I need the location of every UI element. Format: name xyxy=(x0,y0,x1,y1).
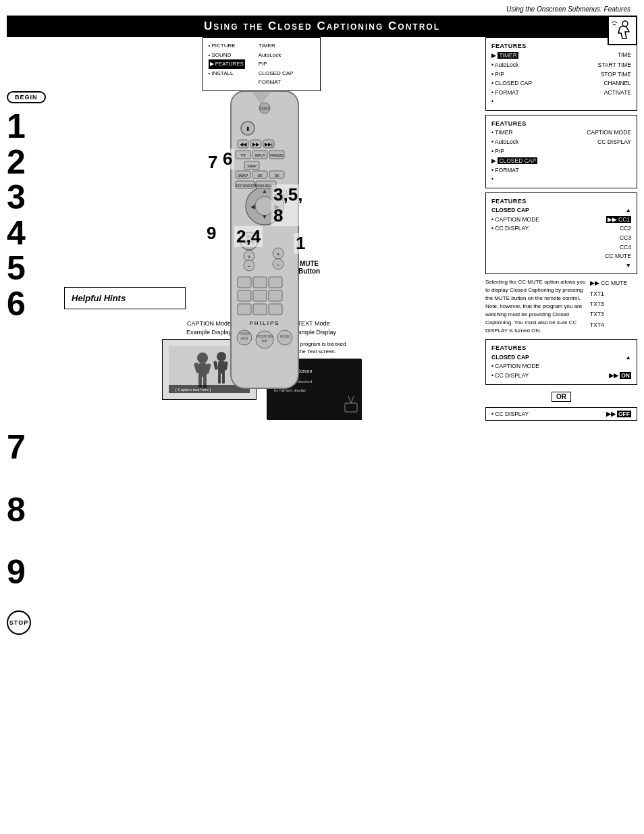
panel3-ccdisplay-value: CC2 xyxy=(620,224,631,234)
cc-mute-item-2: TXT1 xyxy=(590,289,637,299)
svg-text:◀◀: ◀◀ xyxy=(240,142,247,147)
svg-text:FREEZE: FREEZE xyxy=(270,153,284,157)
svg-text:PIP: PIP xyxy=(262,339,268,343)
panel1-format: • FORMAT ACTIVATE xyxy=(491,88,631,98)
panel3-cc4: CC4 xyxy=(491,243,631,253)
svg-text:INPUT: INPUT xyxy=(255,153,265,157)
panel1-bullet: • xyxy=(491,97,631,107)
panel2-pip: • PIP xyxy=(491,147,631,157)
step-6: 6 xyxy=(7,286,44,322)
body-layout: BEGIN 1 2 3 4 5 6 7 8 9 STOP xyxy=(0,37,644,635)
svg-text:−: − xyxy=(248,263,251,269)
helpful-hints-box: Helpful Hints xyxy=(64,287,186,309)
panel2-autolock-value: CC DISPLAY xyxy=(597,138,631,147)
panel1-pip-value: STOP TIME xyxy=(601,70,631,80)
remote-step-24: 2,4 xyxy=(234,226,263,247)
onscreen-menu-box: • PICTURE • SOUND ▶ FEATURES • INSTALL T… xyxy=(203,37,321,91)
menu-item-features-hl: ▶ FEATURES xyxy=(209,59,245,69)
menu-left-col: • PICTURE • SOUND ▶ FEATURES • INSTALL xyxy=(209,41,245,87)
svg-text:OK: OK xyxy=(257,174,263,178)
panel2-timer-value: CAPTION MODE xyxy=(587,128,631,138)
panel1-timer-value: TIME xyxy=(618,51,631,61)
remote-step-6: 6 xyxy=(221,149,234,170)
remote-step-35-8: 3,5,8 xyxy=(271,184,304,226)
menu-right-timer: TIMER xyxy=(259,41,294,51)
step-2: 2 xyxy=(7,145,44,180)
cc-mute-item-3: TXT3 xyxy=(590,299,637,309)
svg-rect-51 xyxy=(269,277,282,288)
center-and-right: • PICTURE • SOUND ▶ FEATURES • INSTALL T… xyxy=(44,37,637,635)
helpful-hints-title-text: Helpful Hints xyxy=(72,293,126,303)
panel1-pip: • PIP STOP TIME xyxy=(491,70,631,80)
svg-rect-49 xyxy=(238,277,251,288)
svg-rect-57 xyxy=(269,304,282,315)
panel3-down-arrow: ▼ xyxy=(491,261,631,271)
panel2: FEATURES • TIMER CAPTION MODE • AutoLock… xyxy=(485,115,637,188)
panel2-closedcap-hl-label: ▶ CLOSED CAP xyxy=(491,156,537,166)
svg-rect-56 xyxy=(253,304,267,315)
panel1-closedcap-label: • CLOSED CAP xyxy=(491,79,532,88)
svg-text:SWAP: SWAP xyxy=(238,174,248,178)
menu-right-col: TIMER AutoLock PIP CLOSED CAP FORMAT xyxy=(259,41,294,87)
step-1: 1 xyxy=(7,109,44,145)
panel4-captionmode: • CAPTION MODE xyxy=(491,362,631,371)
panel1-autolock-value: START TIME xyxy=(598,61,631,70)
panel3-ccdisplay-label: • CC DISPLAY xyxy=(491,224,529,234)
svg-text:POSITION: POSITION xyxy=(257,334,273,338)
cc-mute-item-4: TXT3 xyxy=(590,309,637,319)
svg-rect-54 xyxy=(269,290,282,301)
panel4-ccdisplay: • CC DISPLAY ▶▶ ON xyxy=(491,371,631,381)
svg-rect-52 xyxy=(238,290,251,301)
panel1-autolock: • AutoLock START TIME xyxy=(491,61,631,70)
svg-text:PHILIPS: PHILIPS xyxy=(249,320,279,326)
panel1-timer: ▶ TIMER TIME xyxy=(491,51,631,61)
svg-text:PWR: PWR xyxy=(260,107,270,111)
menu-right-format: FORMAT xyxy=(259,78,294,87)
panel1-format-value: ACTIVATE xyxy=(604,88,631,98)
left-numbers: BEGIN 1 2 3 4 5 6 7 8 9 STOP xyxy=(7,37,44,635)
step-7: 7 xyxy=(7,429,44,465)
panel4-title: FEATURES xyxy=(491,343,631,353)
panel4b-ccdisplay-label: • CC DISPLAY xyxy=(491,411,529,417)
menu-right-pip: PIP xyxy=(259,59,294,69)
panel3-captionmode-value: ▶▶ CC1 xyxy=(606,215,631,225)
svg-text:+: + xyxy=(277,251,280,257)
begin-badge: BEGIN xyxy=(7,91,46,103)
panel3-cc3: CC3 xyxy=(491,234,631,243)
panel1-timer-label: ▶ TIMER xyxy=(491,51,518,61)
svg-rect-50 xyxy=(253,277,267,288)
svg-rect-55 xyxy=(238,304,251,315)
panel4-ccdisplay-value: ▶▶ ON xyxy=(609,371,631,381)
panel4-ccdisplay-label: • CC DISPLAY xyxy=(491,371,529,381)
panel3-ccmute: CC MUTE xyxy=(491,252,631,261)
svg-text:SNAP: SNAP xyxy=(247,164,257,168)
menu-item-install: • INSTALL xyxy=(209,69,245,78)
step-5: 5 xyxy=(7,251,44,286)
center-main: • PICTURE • SOUND ▶ FEATURES • INSTALL T… xyxy=(44,37,479,635)
panel2-timer-label: • TIMER xyxy=(491,128,513,138)
cc-mute-list: ▶▶ CC MUTE TXT1 TXT3 TXT3 TXT4 xyxy=(590,278,637,335)
panel1-closedcap-value: CHANNEL xyxy=(603,79,631,88)
right-panels: FEATURES ▶ TIMER TIME • AutoLock START T… xyxy=(485,37,637,635)
svg-text:STATUS/EXIT: STATUS/EXIT xyxy=(236,184,255,188)
page-wrapper: Using the Onscreen Submenus: Features Us… xyxy=(0,0,644,635)
mute-desc-section: Selecting the CC MUTE option allows you … xyxy=(485,278,637,335)
panel4-subtitle: CLOSED CAP ▲ xyxy=(491,353,631,363)
step-3: 3 xyxy=(7,180,44,215)
panel4b-ccdisplay: • CC DISPLAY ▶▶ OFF xyxy=(491,411,631,417)
cc-mute-item-5: TXT4 xyxy=(590,320,637,330)
panel2-autolock-label: • AutoLock xyxy=(491,138,518,147)
panel1-closedcap: • CLOSED CAP CHANNEL xyxy=(491,79,631,88)
remote-step-9: 9 xyxy=(205,223,218,244)
header-text: Using the Onscreen Submenus: Features xyxy=(506,5,630,13)
svg-text:−: − xyxy=(277,262,280,268)
stop-badge: STOP xyxy=(7,610,31,635)
panel1: FEATURES ▶ TIMER TIME • AutoLock START T… xyxy=(485,37,637,111)
panel3: FEATURES CLOSED CAP ▲ • CAPTION MODE ▶▶ … xyxy=(485,192,637,275)
panel1-format-label: • FORMAT xyxy=(491,88,519,98)
mute-desc-text: Selecting the CC MUTE option allows you … xyxy=(485,278,587,335)
panel3-ccdisplay: • CC DISPLAY CC2 xyxy=(491,224,631,234)
panel2-timer: • TIMER CAPTION MODE xyxy=(491,128,631,138)
mute-label-text: MUTEButton xyxy=(298,260,320,275)
page-title: Using the Closed Captioning Control xyxy=(204,20,440,33)
